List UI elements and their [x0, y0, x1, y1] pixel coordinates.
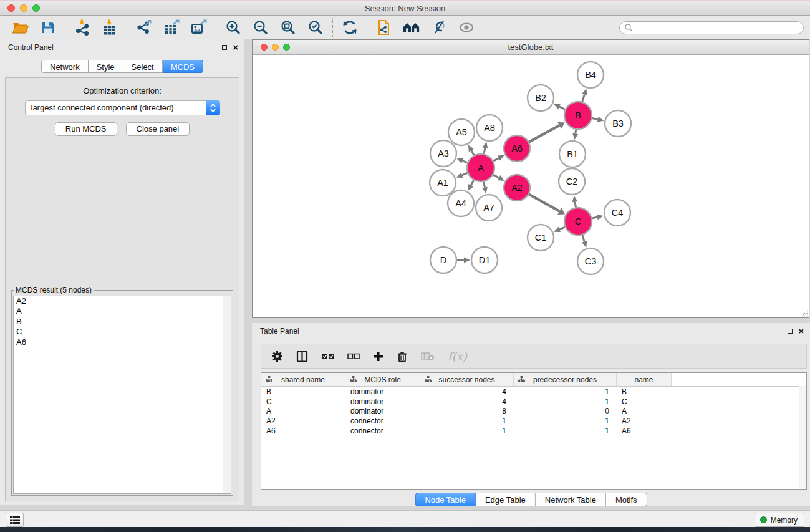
close-panel-icon[interactable]: ×: [233, 43, 238, 51]
float-panel-icon[interactable]: [222, 45, 227, 50]
edge-B-B4[interactable]: [582, 95, 585, 102]
graph-node-A8[interactable]: A8: [476, 115, 503, 141]
graphics-details-button[interactable]: [430, 19, 448, 36]
mcds-result-item[interactable]: A2: [14, 296, 231, 306]
graph-node-A3[interactable]: A3: [430, 140, 456, 167]
select-all-columns-button[interactable]: [322, 352, 334, 360]
node-table[interactable]: shared name MCDS role successor nodes pr…: [261, 372, 807, 490]
table-row[interactable]: Bdominator41B: [261, 387, 806, 397]
edge-A-A2[interactable]: [493, 175, 499, 178]
tab-mcds[interactable]: MCDS: [163, 60, 203, 73]
network-close-button[interactable]: [261, 44, 268, 51]
import-table-button[interactable]: [101, 19, 118, 36]
edge-C-C4[interactable]: [592, 217, 597, 218]
combo-stepper-icon[interactable]: [206, 100, 220, 115]
mcds-list-scrollbar[interactable]: [223, 296, 231, 493]
zoom-out-button[interactable]: [252, 19, 269, 36]
network-minimize-button[interactable]: [272, 44, 279, 51]
tab-edge-table[interactable]: Edge Table: [476, 493, 536, 506]
column-header-MCDS-role[interactable]: MCDS role: [345, 373, 420, 386]
run-mcds-button[interactable]: Run MCDS: [55, 122, 117, 136]
mcds-result-list[interactable]: A2ABCA6: [13, 296, 231, 494]
new-network-from-selection-button[interactable]: [375, 19, 393, 36]
float-panel-icon[interactable]: [788, 329, 793, 334]
edge-B-B3[interactable]: [592, 118, 598, 120]
network-canvas[interactable]: B4B2BB3A8A5A6B1A3AC2A1A2A4A7C4CC1C3DD1: [253, 55, 809, 317]
first-neighbors-button[interactable]: [403, 19, 420, 36]
edge-A-A3[interactable]: [463, 161, 468, 163]
edge-A-A6[interactable]: [493, 158, 499, 162]
function-builder-button[interactable]: f(x): [448, 350, 467, 363]
graph-node-B2[interactable]: B2: [528, 85, 554, 111]
graph-node-A6[interactable]: A6: [504, 135, 530, 162]
export-table-button[interactable]: [163, 19, 180, 36]
zoom-in-button[interactable]: [224, 19, 242, 36]
edge-C-C2[interactable]: [575, 202, 576, 208]
tab-network-table[interactable]: Network Table: [536, 493, 606, 506]
edge-A6-B[interactable]: [529, 125, 559, 142]
edge-A-A7[interactable]: [484, 182, 485, 188]
graph-node-D1[interactable]: D1: [471, 247, 498, 273]
graph-node-B4[interactable]: B4: [577, 62, 604, 88]
graph-node-A[interactable]: A: [467, 154, 494, 181]
export-image-button[interactable]: [190, 19, 208, 36]
graph-node-C4[interactable]: C4: [604, 200, 630, 226]
column-header-predecessor-nodes[interactable]: predecessor nodes: [514, 373, 617, 386]
graph-node-A4[interactable]: A4: [448, 190, 474, 216]
table-row[interactable]: A2connector11A2: [261, 416, 806, 426]
close-panel-icon[interactable]: ×: [798, 327, 804, 335]
mcds-result-item[interactable]: A6: [14, 337, 231, 347]
edge-B-B1[interactable]: [576, 130, 576, 134]
export-network-button[interactable]: [135, 19, 153, 36]
graph-node-C[interactable]: C: [564, 208, 592, 235]
table-row[interactable]: Cdominator41C: [261, 397, 806, 407]
edge-B-B2[interactable]: [559, 107, 565, 109]
tab-network[interactable]: Network: [41, 60, 89, 73]
mcds-result-item[interactable]: B: [14, 317, 231, 327]
table-scrollbar[interactable]: [799, 386, 806, 489]
edge-A-A1[interactable]: [462, 173, 468, 175]
graph-node-A1[interactable]: A1: [430, 170, 456, 196]
column-manager-button[interactable]: [296, 351, 309, 362]
import-network-button[interactable]: [74, 19, 91, 36]
tab-select[interactable]: Select: [123, 60, 163, 73]
search-input[interactable]: [633, 22, 803, 33]
add-column-button[interactable]: [373, 351, 383, 362]
graph-node-C2[interactable]: C2: [559, 168, 585, 195]
memory-button[interactable]: Memory: [755, 513, 804, 527]
tab-style[interactable]: Style: [89, 60, 123, 73]
table-settings-button[interactable]: [271, 351, 283, 362]
task-history-button[interactable]: [6, 513, 24, 527]
search-field[interactable]: [619, 21, 804, 34]
column-header-shared-name[interactable]: shared name: [261, 373, 345, 386]
network-zoom-button[interactable]: [283, 44, 290, 51]
table-row[interactable]: A6connector11A6: [261, 426, 806, 436]
optimization-criterion-select[interactable]: largest connected component (directed): [25, 100, 220, 115]
save-session-button[interactable]: [39, 19, 57, 36]
graph-node-B3[interactable]: B3: [605, 110, 631, 137]
mcds-result-item[interactable]: A: [14, 306, 231, 316]
table-row[interactable]: Adominator80A: [261, 406, 806, 416]
mcds-result-item[interactable]: C: [14, 327, 231, 337]
show-hide-button[interactable]: [458, 19, 475, 36]
zoom-fit-button[interactable]: [279, 19, 297, 36]
graph-node-A5[interactable]: A5: [448, 119, 475, 145]
edge-A-A8[interactable]: [484, 148, 485, 153]
graph-node-A2[interactable]: A2: [504, 175, 530, 201]
delete-column-button[interactable]: [397, 351, 408, 362]
graph-node-B[interactable]: B: [564, 102, 592, 129]
edge-C-C3[interactable]: [582, 235, 584, 242]
edge-A-A5[interactable]: [471, 150, 474, 155]
graph-node-D[interactable]: D: [430, 247, 456, 273]
tab-node-table[interactable]: Node Table: [415, 493, 476, 506]
resize-grip-icon[interactable]: [800, 309, 808, 317]
column-header-name[interactable]: name: [617, 373, 672, 386]
graph-node-C1[interactable]: C1: [528, 225, 554, 251]
edge-A2-C[interactable]: [529, 195, 559, 211]
close-panel-button[interactable]: Close panel: [126, 122, 190, 136]
edge-C-C1[interactable]: [559, 227, 565, 230]
delete-table-button[interactable]: [421, 351, 435, 361]
column-header-successor-nodes[interactable]: successor nodes: [420, 373, 514, 386]
graph-node-A7[interactable]: A7: [476, 195, 502, 221]
refresh-button[interactable]: [341, 19, 359, 36]
